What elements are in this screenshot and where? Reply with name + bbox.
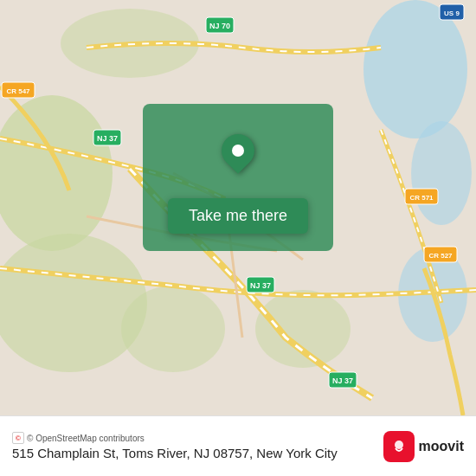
moovit-icon: [383, 431, 415, 462]
svg-text:CR 547: CR 547: [6, 87, 30, 95]
osm-logo-icon: ©: [12, 432, 24, 444]
svg-text:CR 571: CR 571: [409, 194, 434, 202]
svg-text:NJ 37: NJ 37: [97, 134, 118, 143]
svg-text:NJ 70: NJ 70: [209, 22, 230, 30]
address-text: 515 Champlain St, Toms River, NJ 08757, …: [12, 446, 338, 460]
location-pin: [222, 134, 254, 167]
svg-text:US 9: US 9: [444, 10, 460, 17]
svg-text:NJ 37: NJ 37: [332, 376, 353, 385]
svg-text:CR 527: CR 527: [428, 252, 453, 260]
moovit-logo[interactable]: moovit: [383, 431, 464, 462]
osm-credit: © © OpenStreetMap contributors: [12, 432, 338, 444]
info-bar: © © OpenStreetMap contributors 515 Champ…: [0, 415, 476, 476]
svg-point-7: [255, 290, 351, 368]
svg-point-25: [395, 441, 403, 449]
map-container: NJ 70 NJ 37 NJ 37 NJ 37 CR 571 CR 547 CR…: [0, 0, 476, 415]
take-me-there-button[interactable]: Take me there: [168, 198, 308, 234]
address-section: © © OpenStreetMap contributors 515 Champ…: [12, 432, 338, 460]
svg-point-2: [411, 121, 472, 225]
osm-credit-text: © OpenStreetMap contributors: [27, 434, 145, 443]
svg-text:NJ 37: NJ 37: [250, 281, 271, 290]
moovit-text: moovit: [419, 439, 464, 454]
svg-point-1: [363, 0, 467, 138]
svg-point-6: [121, 286, 225, 372]
